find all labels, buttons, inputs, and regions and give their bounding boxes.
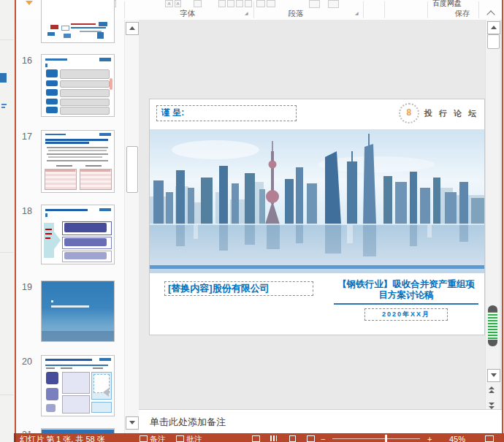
main-scrollbar-thumb[interactable] bbox=[487, 34, 500, 49]
fit-to-window-icon[interactable] bbox=[485, 435, 494, 442]
slide-thumbnail-panel: 16 17 bbox=[16, 20, 139, 433]
thumbnail-number: 17 bbox=[16, 132, 32, 142]
zoom-percent-label[interactable]: 45% bbox=[449, 434, 465, 442]
thumbnail-number: 16 bbox=[16, 56, 32, 66]
align-center-icon[interactable] bbox=[227, 0, 234, 7]
thumbnail-number: 19 bbox=[16, 282, 32, 292]
font-grow-icon[interactable]: A bbox=[165, 0, 173, 7]
company-text: [替换内容]股份有限公司 bbox=[165, 282, 313, 294]
thumbnail-scrollbar-thumb[interactable] bbox=[126, 146, 138, 193]
scrollbar-green-indicator[interactable] bbox=[488, 305, 497, 346]
paste-dropdown-icon[interactable] bbox=[26, 1, 33, 5]
zoom-slider[interactable] bbox=[332, 438, 420, 439]
company-textbox[interactable]: [替换内容]股份有限公司 bbox=[164, 281, 313, 296]
slide-editing-canvas[interactable]: 谨 呈: 8 投 行 论 坛 bbox=[139, 20, 502, 409]
accent-bar-light-blue bbox=[150, 269, 484, 273]
thumbnail-slide-16[interactable] bbox=[41, 54, 115, 117]
align-left-icon[interactable] bbox=[218, 0, 226, 7]
save-group-label: 保存 bbox=[440, 9, 484, 19]
double-down-icon bbox=[489, 403, 495, 405]
thumbnail-slide-19[interactable] bbox=[41, 281, 115, 342]
previous-slide-button[interactable] bbox=[489, 386, 495, 390]
shanghai-skyline-image bbox=[150, 129, 484, 265]
next-slide-button[interactable] bbox=[489, 403, 495, 406]
double-up-icon bbox=[489, 386, 495, 389]
zoom-in-button[interactable]: + bbox=[427, 434, 432, 442]
scroll-up-button[interactable] bbox=[487, 21, 500, 34]
baidu-netdisk-button[interactable]: 百度网盘 bbox=[432, 0, 462, 9]
smartart-icon[interactable] bbox=[309, 0, 320, 8]
scroll-down-button[interactable] bbox=[487, 369, 500, 382]
thumbnail-slide-15[interactable] bbox=[41, 0, 115, 43]
thumbnail-slide-20[interactable] bbox=[41, 355, 115, 416]
thumbnail-scroll-up-button[interactable] bbox=[126, 22, 139, 35]
slide-sorter-view-icon[interactable] bbox=[270, 435, 277, 441]
notes-toggle-icon[interactable] bbox=[140, 435, 148, 442]
font-shrink-icon[interactable]: A bbox=[175, 0, 181, 7]
logo-text: 投 行 论 坛 bbox=[424, 108, 478, 119]
project-title-text: 【钢铁行业】吸收合并资产重组项目方案讨论稿 bbox=[334, 279, 478, 301]
normal-view-icon[interactable] bbox=[252, 435, 260, 442]
zoom-slider-handle[interactable] bbox=[385, 435, 387, 442]
paragraph-group-label: 段落 bbox=[274, 9, 318, 19]
notes-placeholder[interactable]: 单击此处添加备注 bbox=[150, 416, 226, 429]
triangle-up-icon bbox=[491, 26, 497, 29]
align-right-icon[interactable] bbox=[236, 0, 243, 7]
thumbnail-scrollbar[interactable] bbox=[124, 20, 139, 433]
triangle-down-icon bbox=[491, 373, 497, 377]
project-title-block[interactable]: 【钢铁行业】吸收合并资产重组项目方案讨论稿 2020年XX月 bbox=[334, 279, 478, 321]
font-group-label: 字体 bbox=[166, 9, 210, 19]
salutation-textbox[interactable]: 谨 呈: bbox=[156, 105, 297, 121]
slide-position-indicator: 幻灯片 第 1 张, 共 58 张 bbox=[20, 434, 105, 442]
salutation-text: 谨 呈: bbox=[157, 106, 296, 120]
status-bar: 幻灯片 第 1 张, 共 58 张 备注 批注 − + 45% bbox=[14, 433, 504, 442]
triangle-up-icon bbox=[129, 26, 135, 30]
thumbnail-scroll-down-button[interactable] bbox=[126, 416, 139, 430]
notes-pane[interactable]: 单击此处添加备注 bbox=[139, 409, 502, 434]
clear-format-icon[interactable] bbox=[194, 0, 202, 7]
comments-toggle-icon[interactable] bbox=[176, 435, 184, 442]
thumbnail-number: 18 bbox=[16, 206, 32, 216]
collapse-ribbon-icon[interactable] bbox=[486, 10, 495, 18]
main-scrollbar[interactable] bbox=[485, 20, 500, 409]
slideshow-view-icon[interactable] bbox=[307, 435, 315, 442]
shapes-icon[interactable] bbox=[328, 0, 339, 8]
thumbnail-slide-18[interactable] bbox=[41, 205, 115, 264]
notes-toggle-button[interactable]: 备注 bbox=[150, 434, 166, 442]
triangle-down-icon bbox=[129, 421, 135, 424]
background-artifact bbox=[0, 73, 7, 83]
thumbnail-number: 20 bbox=[16, 357, 32, 367]
logo: 8 投 行 论 坛 bbox=[399, 103, 478, 123]
justify-icon[interactable] bbox=[245, 0, 252, 7]
zoom-out-button[interactable]: − bbox=[321, 434, 325, 442]
thumbnail-preview bbox=[42, 281, 114, 341]
reading-view-icon[interactable] bbox=[289, 435, 296, 442]
sunburst-logo-icon: 8 bbox=[399, 103, 419, 123]
date-textbox[interactable]: 2020年XX月 bbox=[364, 308, 448, 321]
title-underline bbox=[334, 303, 478, 305]
columns-icon[interactable] bbox=[256, 0, 265, 7]
text-direction-icon[interactable] bbox=[267, 0, 275, 7]
font-dialog-launcher-icon[interactable]: ◢ bbox=[245, 11, 248, 15]
thumbnail-slide-17[interactable] bbox=[41, 130, 115, 193]
slide-cover[interactable]: 谨 呈: 8 投 行 论 坛 bbox=[150, 99, 484, 335]
paragraph-dialog-launcher-icon[interactable]: ◢ bbox=[355, 11, 359, 15]
background-window-strip bbox=[0, 0, 15, 442]
comments-toggle-button[interactable]: 批注 bbox=[186, 434, 202, 442]
